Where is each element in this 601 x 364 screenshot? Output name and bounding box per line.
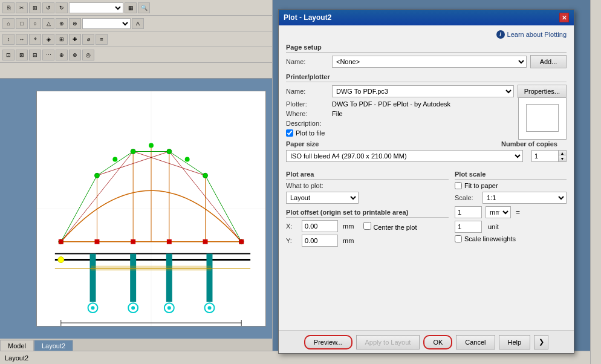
page-setup-select[interactable]: <None> — [332, 56, 527, 68]
add-button[interactable]: Add... — [530, 55, 567, 68]
preview-inner — [526, 104, 559, 132]
copies-input[interactable] — [531, 150, 559, 162]
left-column: Plot area What to plot: Layout Plot offs… — [286, 166, 449, 249]
scale-select[interactable]: 1:1 — [482, 192, 567, 204]
svg-rect-37 — [166, 254, 172, 302]
center-plot-checkbox[interactable] — [363, 222, 371, 230]
scale-lw-checkbox[interactable] — [455, 235, 462, 242]
svg-point-25 — [203, 173, 208, 178]
toolbar-icon[interactable]: ⎘ — [2, 2, 15, 13]
desc-label: Description: — [286, 120, 328, 127]
toolbar-icon[interactable]: ○ — [29, 18, 41, 29]
toolbar-icon[interactable]: ⌂ — [2, 18, 15, 29]
toolbar-icon[interactable]: ⌀ — [82, 34, 94, 45]
toolbar-icon[interactable]: ↺ — [42, 2, 54, 13]
toolbar-icon[interactable]: □ — [16, 18, 28, 29]
svg-rect-38 — [207, 254, 213, 302]
what-label: What to plot: — [286, 182, 328, 189]
paper-size-select[interactable]: ISO full bleed A4 (297.00 x 210.00 MM) — [286, 150, 523, 162]
fit-checkbox[interactable] — [455, 182, 462, 189]
svg-rect-31 — [203, 239, 208, 244]
tab-layout2[interactable]: Layout2 — [34, 340, 73, 351]
copies-up[interactable]: ▲ — [559, 151, 566, 156]
toolbar-icon[interactable]: A — [132, 18, 144, 29]
paper-size-select-row: ISO full bleed A4 (297.00 x 210.00 MM) ▲… — [286, 150, 567, 162]
paper-size-row: Paper size Number of copies — [286, 140, 567, 148]
svg-rect-27 — [59, 239, 63, 244]
toolbar-icon[interactable]: ↔ — [16, 34, 28, 45]
scale-val1[interactable] — [455, 206, 482, 218]
what-to-plot-row: What to plot: — [286, 182, 449, 189]
printer-name-row: Name: DWG To PDF.pc3 Properties... — [286, 85, 567, 98]
toolbar-icon[interactable]: ⋯ — [42, 50, 54, 60]
tab-model[interactable]: Model — [0, 340, 34, 351]
svg-rect-28 — [94, 239, 99, 244]
toolbar-row-2: ⌂ □ ○ △ ⊕ ⊗ dim sky A — [0, 16, 272, 31]
toolbar-icon[interactable]: ≡ — [96, 34, 108, 45]
toolbar-icon[interactable]: ⊞ — [56, 34, 68, 45]
y-mm-label: mm — [343, 237, 354, 244]
cad-drawing-area — [0, 79, 272, 345]
scale-dropdown[interactable]: Scale to fit — [69, 2, 123, 13]
toolbar-icon[interactable]: ⊕ — [56, 50, 68, 60]
copies-down[interactable]: ▼ — [559, 156, 566, 161]
scale-unit-select[interactable]: mm — [486, 206, 511, 218]
printer-section: Printer/plotter — [286, 73, 567, 82]
svg-point-21 — [131, 149, 135, 154]
where-value: File — [332, 110, 343, 117]
apply-button[interactable]: Apply to Layout — [356, 335, 420, 349]
help-button[interactable]: Help — [499, 335, 531, 349]
toolbar-icon[interactable]: ◈ — [42, 34, 54, 45]
svg-point-47 — [58, 257, 64, 263]
toolbar-icon[interactable]: ↻ — [56, 2, 68, 13]
preview-button[interactable]: Preview... — [304, 335, 352, 349]
plot-to-file-checkbox[interactable] — [286, 129, 293, 137]
toolbar-icon[interactable]: ▦ — [125, 2, 137, 13]
cancel-button[interactable]: Cancel — [456, 335, 495, 349]
svg-point-24 — [185, 157, 190, 161]
toolbar-icon[interactable]: ⊠ — [16, 50, 28, 60]
toolbar-icon[interactable]: ⊡ — [2, 50, 15, 60]
toolbar-icon[interactable]: ⊗ — [69, 18, 81, 29]
copies-label: Number of copies — [501, 140, 562, 148]
dim-dropdown[interactable]: dim sky — [82, 18, 131, 29]
help-link[interactable]: i Learn about Plotting — [286, 30, 567, 39]
toolbar-icon[interactable]: ✚ — [69, 34, 81, 45]
scale-label: Scale: — [455, 194, 479, 201]
toolbar-icon[interactable]: ⊗ — [69, 50, 81, 60]
x-input[interactable] — [302, 220, 338, 232]
properties-button[interactable]: Properties... — [518, 85, 567, 98]
y-input[interactable] — [302, 235, 338, 247]
unit-label: unit — [488, 223, 499, 230]
scale-row: Scale: 1:1 — [455, 192, 567, 204]
scale-values-row: mm = — [455, 206, 567, 218]
toolbar-icon[interactable]: 🔍 — [138, 2, 150, 13]
toolbar-icon[interactable]: ⊟ — [29, 50, 41, 60]
toolbar-icon[interactable]: ⊕ — [56, 18, 68, 29]
equals-sign: = — [516, 208, 520, 216]
svg-point-44 — [167, 306, 171, 310]
printer-select[interactable]: DWG To PDF.pc3 — [332, 85, 514, 97]
scale-val2[interactable] — [455, 221, 482, 233]
close-button[interactable]: ✕ — [559, 13, 569, 22]
fit-label: Fit to paper — [464, 182, 498, 189]
what-select[interactable]: Layout — [286, 192, 359, 204]
cad-viewport — [36, 91, 266, 327]
right-scrollbar[interactable] — [590, 0, 601, 364]
ok-button[interactable]: OK — [423, 335, 452, 349]
toolbar-icon[interactable]: ⌖ — [29, 34, 41, 45]
where-label: Where: — [286, 110, 328, 117]
dialog-footer: Preview... Apply to Layout OK Cancel Hel… — [279, 330, 574, 353]
plot-scale-label: Plot scale — [455, 171, 567, 180]
scale-lw-label: Scale lineweights — [464, 235, 516, 242]
toolbar-icon[interactable]: ⊞ — [29, 2, 41, 13]
right-panel — [272, 0, 278, 364]
dialog-title: Plot - Layout2 — [284, 13, 331, 22]
svg-point-20 — [112, 157, 117, 161]
svg-rect-36 — [130, 254, 136, 302]
toolbar-icon[interactable]: ✂ — [16, 2, 28, 13]
toolbar-icon[interactable]: △ — [42, 18, 54, 29]
toolbar-icon[interactable]: ◎ — [82, 50, 94, 60]
toolbar-icon[interactable]: ↕ — [2, 34, 15, 45]
arrow-button[interactable]: ❯ — [534, 335, 548, 349]
